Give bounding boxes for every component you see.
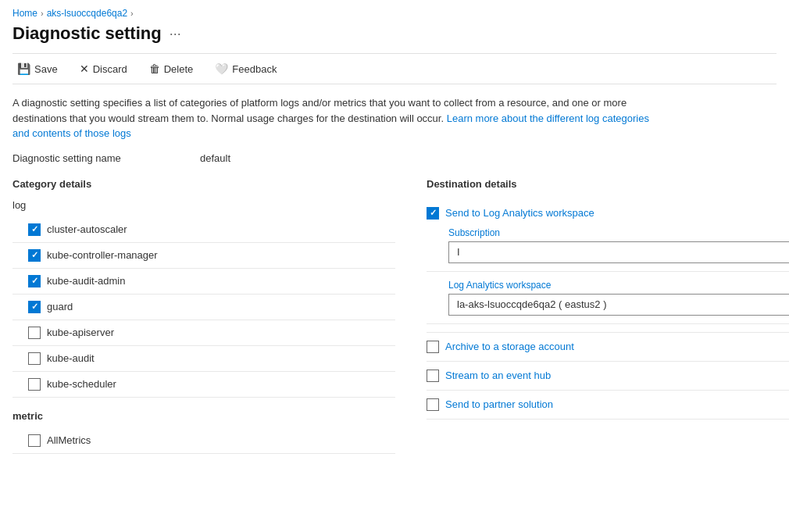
archive-storage-checkbox[interactable] [427, 341, 439, 353]
log-analytics-dropdown[interactable]: la-aks-lsuoccqde6qa2 ( eastus2 ) ∨ [448, 294, 789, 316]
stream-event-hub-checkbox[interactable] [427, 370, 439, 382]
main-content: Category details log cluster-autoscaler … [12, 178, 777, 454]
send-to-log-analytics-block: Send to Log Analytics workspace Subscrip… [427, 199, 789, 333]
setting-name-label: Diagnostic setting name [12, 152, 200, 164]
list-item: cluster-autoscaler [12, 217, 395, 243]
partner-solution-label: Send to partner solution [445, 398, 553, 410]
toolbar: 💾 Save ✕ Discard 🗑 Delete 🤍 Feedback [12, 53, 777, 84]
log-analytics-workspace-group: Log Analytics workspace la-aks-lsuoccqde… [427, 272, 789, 324]
kube-controller-manager-label: kube-controller-manager [47, 249, 158, 261]
cluster-autoscaler-checkbox[interactable] [28, 223, 41, 236]
kube-apiserver-label: kube-apiserver [47, 327, 114, 338]
description-block: A diagnostic setting specifies a list of… [12, 95, 653, 141]
send-to-log-analytics-row: Send to Log Analytics workspace [427, 199, 789, 220]
discard-icon: ✕ [80, 62, 89, 75]
metric-group-label: metric [12, 410, 395, 422]
allmetrics-checkbox[interactable] [28, 434, 41, 447]
subscription-label: Subscription [448, 227, 789, 238]
stream-event-hub-label: Stream to an event hub [445, 370, 551, 381]
feedback-button[interactable]: 🤍 Feedback [210, 60, 281, 77]
discard-button[interactable]: ✕ Discard [75, 60, 132, 77]
list-item: kube-audit-admin [12, 269, 395, 295]
category-details-title: Category details [12, 178, 395, 190]
kube-audit-label: kube-audit [47, 352, 95, 364]
page-container: Home › aks-lsuoccqde6qa2 › Diagnostic se… [0, 0, 789, 466]
breadcrumb-resource[interactable]: aks-lsuoccqde6qa2 [47, 8, 127, 19]
delete-button[interactable]: 🗑 Delete [145, 60, 198, 77]
kube-controller-manager-checkbox[interactable] [28, 249, 41, 262]
guard-label: guard [47, 301, 73, 312]
metric-category-group: metric AllMetrics [12, 410, 395, 454]
kube-scheduler-label: kube-scheduler [47, 378, 116, 390]
feedback-icon: 🤍 [215, 62, 228, 75]
list-item: kube-audit [12, 346, 395, 372]
list-item: AllMetrics [12, 428, 395, 454]
save-button[interactable]: 💾 Save [12, 60, 62, 77]
page-title: Diagnostic setting [12, 23, 162, 44]
stream-event-hub-item: Stream to an event hub [427, 362, 789, 391]
log-analytics-label: Log Analytics workspace [448, 280, 789, 291]
kube-scheduler-checkbox[interactable] [28, 378, 41, 391]
more-options-icon[interactable]: ··· [170, 26, 181, 42]
allmetrics-label: AllMetrics [47, 434, 91, 446]
subscription-value: I [457, 246, 460, 258]
left-column: Category details log cluster-autoscaler … [12, 178, 395, 454]
breadcrumb-sep1: › [41, 9, 44, 18]
partner-solution-item: Send to partner solution [427, 391, 789, 420]
kube-audit-admin-label: kube-audit-admin [47, 275, 125, 287]
subscription-group: Subscription I ∨ [427, 220, 789, 272]
partner-solution-checkbox[interactable] [427, 398, 439, 411]
save-label: Save [34, 63, 58, 75]
page-title-row: Diagnostic setting ··· [12, 23, 777, 44]
delete-icon: 🗑 [149, 62, 160, 75]
right-column: Destination details Send to Log Analytic… [427, 178, 789, 420]
list-item: kube-scheduler [12, 372, 395, 398]
guard-checkbox[interactable] [28, 301, 41, 313]
feedback-label: Feedback [232, 63, 277, 75]
breadcrumb: Home › aks-lsuoccqde6qa2 › [12, 0, 777, 23]
cluster-autoscaler-label: cluster-autoscaler [47, 223, 127, 235]
kube-apiserver-checkbox[interactable] [28, 327, 41, 339]
breadcrumb-home[interactable]: Home [12, 8, 37, 19]
subscription-dropdown[interactable]: I ∨ [448, 241, 789, 263]
save-icon: 💾 [17, 62, 30, 75]
list-item: kube-controller-manager [12, 243, 395, 269]
list-item: kube-apiserver [12, 320, 395, 346]
setting-name-value: default [200, 152, 230, 164]
log-group-label: log [12, 199, 395, 211]
setting-name-row: Diagnostic setting name default [12, 152, 777, 164]
breadcrumb-sep2: › [130, 9, 134, 18]
kube-audit-admin-checkbox[interactable] [28, 275, 41, 287]
log-category-group: log cluster-autoscaler kube-controller-m… [12, 199, 395, 398]
discard-label: Discard [93, 63, 127, 75]
send-to-log-analytics-checkbox[interactable] [427, 207, 439, 220]
destination-details-title: Destination details [427, 178, 789, 190]
archive-storage-item: Archive to a storage account [427, 333, 789, 362]
archive-storage-label: Archive to a storage account [445, 341, 574, 352]
send-to-log-analytics-label: Send to Log Analytics workspace [445, 207, 594, 219]
log-analytics-value: la-aks-lsuoccqde6qa2 ( eastus2 ) [457, 298, 607, 310]
kube-audit-checkbox[interactable] [28, 352, 41, 365]
list-item: guard [12, 295, 395, 320]
delete-label: Delete [164, 63, 194, 75]
